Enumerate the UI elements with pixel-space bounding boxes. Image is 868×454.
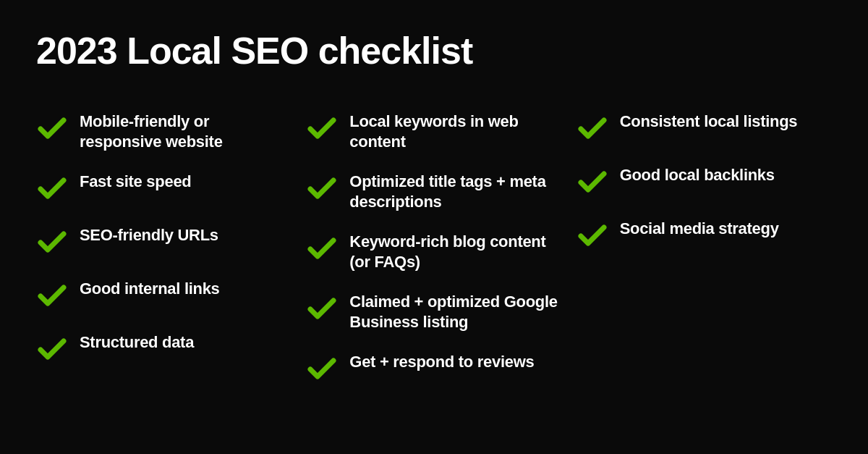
checkmark-icon — [576, 220, 608, 252]
checkmark-icon — [36, 334, 68, 366]
item-label: Good internal links — [80, 279, 220, 299]
checkmark-icon — [36, 113, 68, 145]
item-label: Local keywords in web content — [349, 112, 561, 151]
item-label: SEO-friendly URLs — [80, 225, 218, 245]
item-label: Fast site speed — [80, 172, 191, 192]
item-label: Social media strategy — [620, 219, 779, 239]
checkmark-icon — [306, 353, 338, 385]
list-item: Social media strategy — [576, 209, 832, 262]
list-item: Keyword-rich blog content (or FAQs) — [306, 222, 561, 282]
page-title: 2023 Local SEO checklist — [36, 29, 832, 72]
list-item: Local keywords in web content — [306, 101, 561, 161]
item-label: Good local backlinks — [620, 165, 775, 185]
list-item: Fast site speed — [36, 161, 292, 215]
list-item: Optimized title tags + meta descriptions — [306, 161, 561, 222]
checkmark-icon — [306, 233, 338, 265]
checkmark-icon — [36, 280, 68, 312]
list-item: Structured data — [36, 322, 292, 376]
item-label: Optimized title tags + meta descriptions — [349, 172, 561, 211]
checkmark-icon — [576, 167, 608, 198]
checkmark-icon — [306, 173, 338, 205]
checkmark-icon — [36, 227, 68, 258]
item-label: Consistent local listings — [620, 112, 798, 132]
checkmark-icon — [36, 173, 68, 205]
checklist-column-2: Local keywords in web content Optimized … — [306, 101, 561, 395]
item-label: Mobile-friendly or responsive website — [80, 112, 292, 151]
checkmark-icon — [306, 113, 338, 145]
item-label: Get + respond to reviews — [349, 352, 534, 372]
page-wrapper: 2023 Local SEO checklist Mobile-friendly… — [36, 29, 832, 395]
checklist-column-1: Mobile-friendly or responsive website Fa… — [36, 101, 292, 395]
list-item: Claimed + optimized Google Business list… — [306, 282, 561, 342]
checklist-grid: Mobile-friendly or responsive website Fa… — [36, 101, 832, 395]
item-label: Structured data — [80, 332, 194, 353]
list-item: Good internal links — [36, 269, 292, 322]
list-item: Consistent local listings — [576, 101, 832, 155]
list-item: Mobile-friendly or responsive website — [36, 101, 292, 161]
list-item: Get + respond to reviews — [306, 342, 561, 395]
checklist-column-3: Consistent local listings Good local bac… — [576, 101, 832, 395]
checkmark-icon — [576, 113, 608, 145]
list-item: Good local backlinks — [576, 155, 832, 209]
checkmark-icon — [306, 293, 338, 325]
item-label: Keyword-rich blog content (or FAQs) — [349, 232, 561, 272]
item-label: Claimed + optimized Google Business list… — [349, 292, 561, 332]
list-item: SEO-friendly URLs — [36, 215, 292, 269]
